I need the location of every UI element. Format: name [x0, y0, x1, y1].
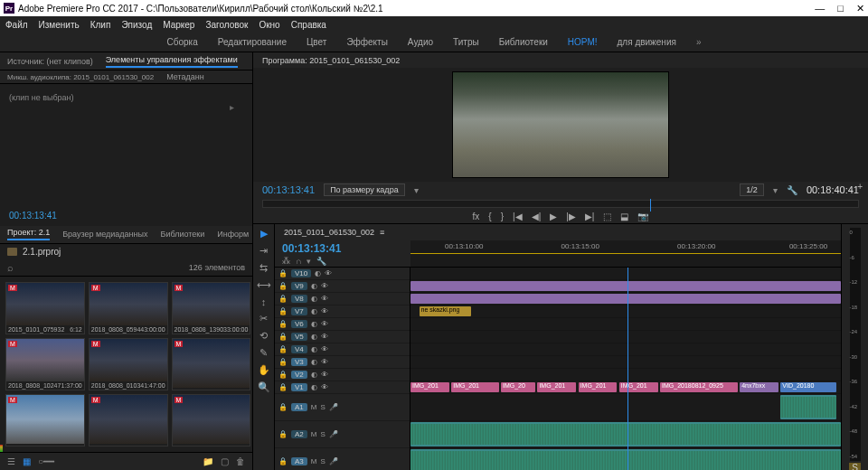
search-icon[interactable]: ⌕ — [7, 262, 14, 273]
menu-help[interactable]: Справка — [291, 20, 326, 30]
workspace-audio[interactable]: Аудио — [408, 37, 433, 47]
clip-thumbnail[interactable]: M — [89, 394, 168, 446]
clip[interactable] — [410, 294, 841, 304]
lock-icon[interactable]: 🔒 — [278, 320, 288, 328]
clip[interactable]: IMG_201 — [619, 382, 658, 392]
tab-source[interactable]: Источник: (нет клипов) — [7, 57, 93, 66]
source-timecode[interactable]: 00:13:13:41 — [9, 211, 243, 221]
eye-icon[interactable]: 👁 — [321, 383, 328, 391]
search-input[interactable] — [19, 263, 184, 273]
razor-tool-icon[interactable]: ✂ — [259, 313, 268, 324]
eye-icon[interactable]: 👁 — [321, 282, 328, 290]
lock-icon[interactable]: 🔒 — [278, 371, 288, 379]
fit-dropdown[interactable]: По размеру кадра — [324, 183, 405, 196]
track-header-v6[interactable]: 🔒V6◐👁 — [275, 318, 410, 331]
tab-libraries[interactable]: Библиотеки — [160, 230, 204, 239]
menu-edit[interactable]: Изменить — [39, 20, 80, 30]
lock-icon[interactable]: 🔒 — [278, 383, 288, 391]
track-header-a2[interactable]: 🔒A2MS🎤 — [275, 421, 410, 448]
timeline-ruler[interactable]: 00:13:10:00 00:13:15:00 00:13:20:00 00:1… — [410, 240, 841, 267]
tab-menu-icon[interactable]: ≡ — [380, 228, 384, 237]
tab-info[interactable]: Информ — [217, 230, 249, 239]
clip[interactable]: IMG_201 — [410, 382, 449, 392]
track-header-v5[interactable]: 🔒V5◐👁 — [275, 331, 410, 343]
clip[interactable]: ne skazki.png — [420, 306, 471, 316]
audio-clip[interactable] — [410, 449, 841, 470]
clip[interactable]: VID_20180 — [780, 382, 836, 392]
workspace-editing[interactable]: Редактирование — [218, 37, 287, 47]
track-header-v8[interactable]: 🔒V8◐👁 — [275, 293, 410, 306]
menu-marker[interactable]: Маркер — [163, 20, 194, 30]
track-select-tool-icon[interactable]: ⇥ — [259, 245, 268, 257]
track-header-v7[interactable]: 🔒V7◐👁 — [275, 306, 410, 318]
go-out-icon[interactable]: ▶| — [585, 212, 595, 221]
eye-icon[interactable]: 👁 — [321, 358, 328, 366]
clip[interactable]: IMG_20 — [501, 382, 535, 392]
track-header-v9[interactable]: 🔒V9◐👁 — [275, 280, 410, 293]
playhead[interactable] — [627, 268, 628, 470]
pen-tool-icon[interactable]: ✎ — [259, 347, 268, 359]
clip[interactable]: IMG_201 — [451, 382, 498, 392]
eye-icon[interactable]: 👁 — [325, 269, 332, 277]
workspace-effects[interactable]: Эффекты — [346, 37, 387, 47]
snap-icon[interactable]: ⁂ — [282, 257, 290, 266]
track-header-v4[interactable]: 🔒V4◐👁 — [275, 343, 410, 356]
hand-tool-icon[interactable]: ✋ — [258, 364, 270, 376]
menu-title[interactable]: Заголовок — [205, 20, 248, 30]
lock-icon[interactable]: 🔒 — [278, 358, 288, 366]
marker-icon[interactable]: ▾ — [307, 257, 311, 266]
tab-audio-mixer[interactable]: Микш. аудиоклипа: 2015_0101_061530_002 — [7, 73, 154, 81]
eye-icon[interactable]: 👁 — [321, 307, 328, 315]
menu-window[interactable]: Окно — [259, 20, 279, 30]
clip-thumbnail[interactable]: M2018_0808_139033:00:00 — [172, 282, 251, 334]
track-header-v3[interactable]: 🔒V3◐👁 — [275, 356, 410, 369]
eye-icon[interactable]: 👁 — [321, 371, 328, 379]
minimize-button[interactable]: — — [815, 3, 825, 14]
solo-button[interactable]: S — [849, 463, 861, 470]
extract-icon[interactable]: ⬓ — [620, 212, 628, 221]
mic-icon[interactable]: 🎤 — [329, 403, 338, 411]
go-in-icon[interactable]: |◀ — [513, 212, 523, 221]
clip-thumbnail[interactable]: M2015_0101_0759326:12 — [5, 282, 85, 334]
eye-icon[interactable]: 👁 — [321, 295, 328, 303]
tab-project[interactable]: Проект: 2.1 — [7, 228, 50, 240]
fit-chevron-icon[interactable]: ▾ — [414, 185, 419, 195]
settings-icon[interactable]: 🔧 — [316, 257, 326, 266]
step-back-icon[interactable]: ◀| — [532, 212, 542, 221]
clip[interactable]: 4nx7bxx — [740, 382, 778, 392]
add-button-icon[interactable]: + — [857, 182, 863, 192]
lock-icon[interactable]: 🔒 — [278, 307, 288, 315]
new-bin-icon[interactable]: 📁 — [203, 456, 213, 466]
tab-effect-controls[interactable]: Элементы управления эффектами — [106, 55, 238, 68]
eye-icon[interactable]: 👁 — [321, 333, 328, 341]
clip[interactable]: IMG_201 — [537, 382, 576, 392]
workspace-libraries[interactable]: Библиотеки — [499, 37, 548, 47]
export-frame-icon[interactable]: 📷 — [637, 212, 648, 221]
track-header-v1[interactable]: 🔒V1◐👁 — [275, 381, 410, 394]
workspace-motion[interactable]: для движения — [618, 37, 676, 47]
lock-icon[interactable]: 🔒 — [278, 333, 288, 341]
project-bin-row[interactable]: 2.1.prproj — [0, 244, 252, 259]
mic-icon[interactable]: 🎤 — [329, 430, 338, 438]
clip[interactable] — [410, 281, 841, 291]
eye-icon[interactable]: 👁 — [321, 320, 328, 328]
workspace-titles[interactable]: Титры — [453, 37, 479, 47]
menu-clip[interactable]: Клип — [90, 20, 111, 30]
tab-media-browser[interactable]: Браузер медиаданных — [62, 230, 147, 239]
program-video[interactable] — [452, 71, 669, 178]
timeline-tracks[interactable]: ne skazki.png IMG_201 IMG_201 IMG_20 IMG… — [410, 268, 841, 470]
ripple-tool-icon[interactable]: ⇆ — [259, 262, 268, 274]
maximize-button[interactable]: □ — [837, 3, 844, 14]
lock-icon[interactable]: 🔒 — [278, 430, 288, 438]
lift-icon[interactable]: ⬚ — [603, 212, 611, 221]
clip[interactable]: IMG_20180812_0925 — [660, 382, 738, 392]
audio-clip[interactable] — [780, 395, 836, 419]
link-icon[interactable]: ∩ — [296, 257, 301, 266]
clip-thumbnail[interactable]: M — [172, 394, 251, 446]
clip-thumbnail[interactable]: M — [5, 394, 85, 446]
lock-icon[interactable]: 🔒 — [278, 269, 288, 277]
clip-thumbnail[interactable]: M2018_0808_102471:37:00 — [5, 338, 85, 390]
panel-chevron-icon[interactable]: ▸ — [230, 102, 234, 112]
close-button[interactable]: ✕ — [856, 3, 864, 14]
menu-sequence[interactable]: Эпизод — [121, 20, 152, 30]
